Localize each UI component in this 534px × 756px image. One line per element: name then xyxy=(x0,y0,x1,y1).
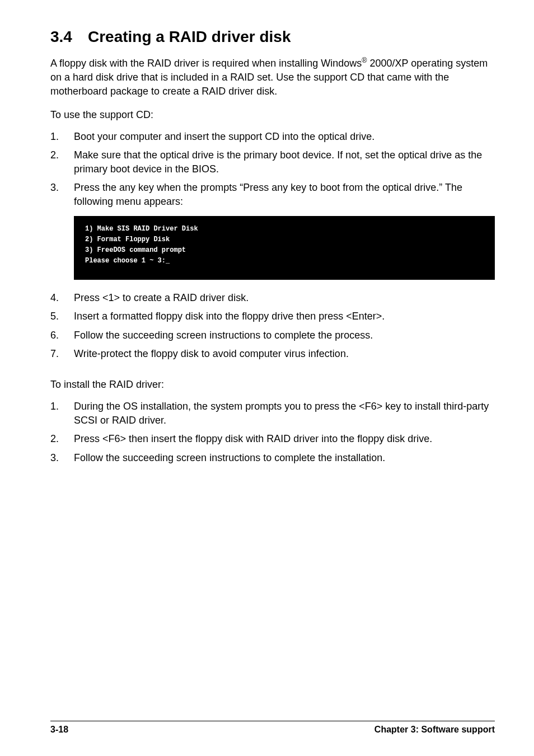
list-number: 7. xyxy=(50,347,62,361)
list-number: 2. xyxy=(50,148,62,176)
code-menu-box: 1) Make SIS RAID Driver Disk 2) Format F… xyxy=(74,216,495,280)
list-item: 1. During the OS installation, the syste… xyxy=(50,400,495,428)
list-text: Press <1> to create a RAID driver disk. xyxy=(74,291,249,305)
registered-symbol: ® xyxy=(362,57,367,64)
list-item: 1. Boot your computer and insert the sup… xyxy=(50,130,495,144)
list-number: 6. xyxy=(50,328,62,342)
intro-paragraph: A floppy disk with the RAID driver is re… xyxy=(50,56,495,99)
list-text: Press <F6> then insert the floppy disk w… xyxy=(74,432,432,446)
list-item: 7. Write-protect the floppy disk to avoi… xyxy=(50,347,495,361)
list-number: 1. xyxy=(50,400,62,428)
code-line: 2) Format Floppy Disk xyxy=(85,234,484,245)
list-number: 5. xyxy=(50,309,62,323)
list-text: Write-protect the floppy disk to avoid c… xyxy=(74,347,349,361)
list-number: 3. xyxy=(50,181,62,209)
page-number: 3-18 xyxy=(50,725,68,735)
list-number: 3. xyxy=(50,451,62,465)
section-heading: 3.4 Creating a RAID driver disk xyxy=(50,28,495,46)
list-text: Make sure that the optical drive is the … xyxy=(74,148,495,176)
list-item: 4. Press <1> to create a RAID driver dis… xyxy=(50,291,495,305)
list-item: 3. Follow the succeeding screen instruct… xyxy=(50,451,495,465)
support-cd-label: To use the support CD: xyxy=(50,109,495,121)
chapter-label: Chapter 3: Software support xyxy=(374,725,495,735)
page-footer: 3-18 Chapter 3: Software support xyxy=(50,721,495,735)
list-item: 3. Press the any key when the prompts “P… xyxy=(50,181,495,209)
intro-pre: A floppy disk with the RAID driver is re… xyxy=(50,58,362,69)
code-line: Please choose 1 ~ 3:_ xyxy=(85,256,484,266)
section-number: 3.4 xyxy=(50,28,72,46)
code-line: 1) Make SIS RAID Driver Disk xyxy=(85,224,484,234)
list-item: 6. Follow the succeeding screen instruct… xyxy=(50,328,495,342)
list-text: Insert a formatted floppy disk into the … xyxy=(74,309,385,323)
code-line: 3) FreeDOS command prompt xyxy=(85,245,484,256)
list-c: 1. During the OS installation, the syste… xyxy=(50,400,495,465)
list-item: 5. Insert a formatted floppy disk into t… xyxy=(50,309,495,323)
spacer xyxy=(50,368,495,379)
list-text: During the OS installation, the system p… xyxy=(74,400,495,428)
list-text: Follow the succeeding screen instruction… xyxy=(74,328,373,342)
list-text: Follow the succeeding screen instruction… xyxy=(74,451,385,465)
list-b: 4. Press <1> to create a RAID driver dis… xyxy=(50,291,495,361)
list-a: 1. Boot your computer and insert the sup… xyxy=(50,130,495,209)
list-item: 2. Make sure that the optical drive is t… xyxy=(50,148,495,176)
list-number: 1. xyxy=(50,130,62,144)
install-label: To install the RAID driver: xyxy=(50,379,495,391)
list-number: 2. xyxy=(50,432,62,446)
list-number: 4. xyxy=(50,291,62,305)
list-text: Press the any key when the prompts “Pres… xyxy=(74,181,495,209)
list-text: Boot your computer and insert the suppor… xyxy=(74,130,374,144)
section-title: Creating a RAID driver disk xyxy=(88,28,291,46)
list-item: 2. Press <F6> then insert the floppy dis… xyxy=(50,432,495,446)
